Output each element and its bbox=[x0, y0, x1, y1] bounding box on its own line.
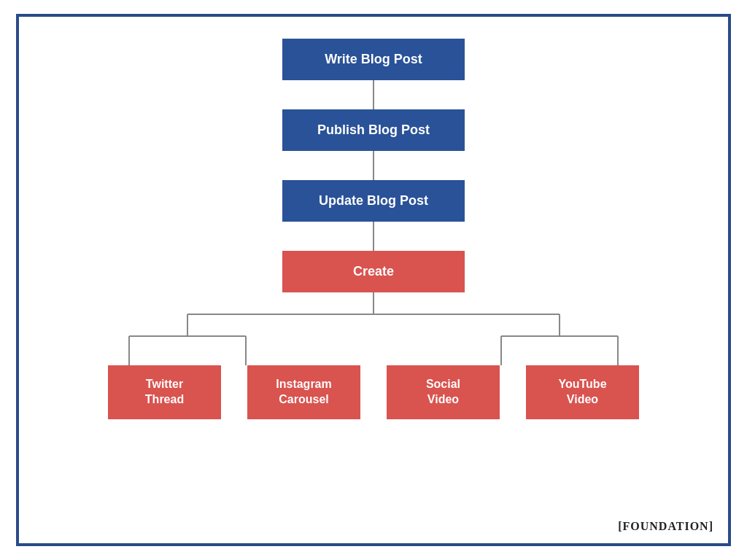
node-instagram-carousel: InstagramCarousel bbox=[247, 365, 360, 419]
node-update-blog-post: Update Blog Post bbox=[282, 180, 465, 222]
node-write-blog-post: Write Blog Post bbox=[282, 39, 465, 80]
bottom-section: TwitterThread InstagramCarousel SocialVi… bbox=[19, 292, 728, 419]
outer-border: Write Blog Post Publish Blog Post Update… bbox=[16, 14, 731, 546]
brand-label: [FOUNDATION] bbox=[618, 520, 713, 533]
bottom-group-instagram: InstagramCarousel bbox=[247, 365, 360, 419]
tree-lines-svg bbox=[82, 292, 665, 365]
connector-3 bbox=[373, 222, 374, 251]
bottom-row: TwitterThread InstagramCarousel SocialVi… bbox=[19, 365, 728, 419]
node-publish-blog-post: Publish Blog Post bbox=[282, 109, 465, 151]
connector-1 bbox=[373, 80, 374, 109]
connector-2 bbox=[373, 151, 374, 180]
diagram: Write Blog Post Publish Blog Post Update… bbox=[19, 39, 728, 419]
bottom-group-youtube: YouTubeVideo bbox=[526, 365, 639, 419]
bottom-group-social-video: SocialVideo bbox=[387, 365, 500, 419]
node-youtube-video: YouTubeVideo bbox=[526, 365, 639, 419]
node-twitter-thread: TwitterThread bbox=[108, 365, 221, 419]
bottom-group-twitter: TwitterThread bbox=[108, 365, 221, 419]
node-social-video: SocialVideo bbox=[387, 365, 500, 419]
node-create: Create bbox=[282, 251, 465, 292]
